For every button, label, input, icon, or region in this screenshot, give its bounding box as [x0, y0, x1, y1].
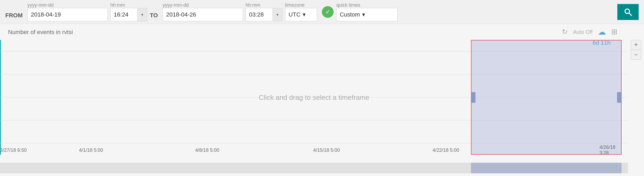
- quick-times-chevron-icon: ▾: [362, 11, 365, 18]
- from-date-input[interactable]: [27, 8, 108, 21]
- quick-times-select[interactable]: Custom ▾: [336, 8, 398, 21]
- to-date-input[interactable]: [163, 8, 243, 21]
- x-label-4: 4/22/18 5:00: [433, 148, 459, 153]
- refresh-icon[interactable]: ↻: [562, 28, 568, 36]
- x-axis: 3/27/18 6:50 4/1/18 5:00 4/8/18 5:00 4/1…: [0, 146, 628, 154]
- from-time-chevron[interactable]: ▾: [137, 8, 147, 21]
- from-time-group: hh:mm ▾: [110, 3, 147, 21]
- auto-off-label: Auto Off: [573, 29, 593, 35]
- header-bar: FROM yyyy-mm-dd hh:mm ▾ TO yyyy-mm-dd hh…: [0, 0, 644, 24]
- to-time-input[interactable]: [246, 9, 273, 20]
- to-time-wrapper: ▾: [246, 8, 282, 21]
- x-label-1: 4/1/18 5:00: [79, 148, 103, 153]
- cloud-icon[interactable]: ☁: [598, 27, 606, 36]
- to-label: TO: [150, 12, 158, 19]
- search-icon: [623, 7, 633, 17]
- to-time-chevron[interactable]: ▾: [273, 8, 282, 21]
- scrollbar-thumb[interactable]: [471, 163, 622, 173]
- x-label-2: 4/8/18 5:00: [195, 148, 219, 153]
- from-time-input[interactable]: [111, 9, 137, 20]
- confirm-check-icon[interactable]: ✓: [322, 6, 334, 18]
- chart-title: Number of events in rvtsi: [8, 29, 73, 36]
- quick-times-label: quick times: [336, 3, 398, 7]
- from-time-label: hh:mm: [110, 3, 147, 7]
- from-label: FROM: [5, 12, 23, 19]
- zoom-controls: + −: [631, 40, 641, 60]
- chart-controls: ↻ Auto Off ☁ ⊞: [562, 27, 617, 36]
- to-time-group: hh:mm ▾: [246, 3, 282, 21]
- timezone-value: UTC: [289, 11, 301, 18]
- chart-container: Number of events in rvtsi ↻ Auto Off ☁ ⊞…: [0, 24, 644, 176]
- quick-times-group: quick times Custom ▾: [336, 3, 398, 21]
- check-symbol: ✓: [325, 9, 330, 15]
- search-button[interactable]: [617, 4, 639, 20]
- x-label-3: 4/15/18 5:00: [313, 148, 340, 153]
- timezone-chevron-icon: ▾: [303, 11, 306, 18]
- timezone-select[interactable]: UTC ▾: [285, 8, 317, 21]
- to-time-label: hh:mm: [246, 3, 282, 7]
- timezone-group: timezone UTC ▾: [285, 3, 317, 21]
- quick-times-value: Custom: [340, 11, 360, 18]
- scrollbar-area[interactable]: [0, 163, 628, 173]
- zoom-out-button[interactable]: −: [631, 50, 641, 60]
- svg-point-0: [625, 9, 630, 13]
- from-date-label: yyyy-mm-dd: [27, 3, 108, 7]
- chart-svg: [0, 40, 628, 155]
- from-time-wrapper: ▾: [110, 8, 147, 21]
- zoom-in-button[interactable]: +: [631, 40, 641, 50]
- svg-line-1: [629, 13, 632, 16]
- from-date-group: yyyy-mm-dd: [27, 3, 108, 21]
- x-label-5: 4/26/18 3:28: [599, 145, 615, 156]
- timezone-label: timezone: [285, 3, 317, 7]
- x-label-0: 3/27/18 6:50: [0, 148, 27, 153]
- chart-svg-area[interactable]: Click and drag to select a timeframe 6d …: [0, 40, 628, 155]
- table-icon[interactable]: ⊞: [611, 27, 617, 36]
- to-date-label: yyyy-mm-dd: [163, 3, 243, 7]
- to-date-group: yyyy-mm-dd: [163, 3, 243, 21]
